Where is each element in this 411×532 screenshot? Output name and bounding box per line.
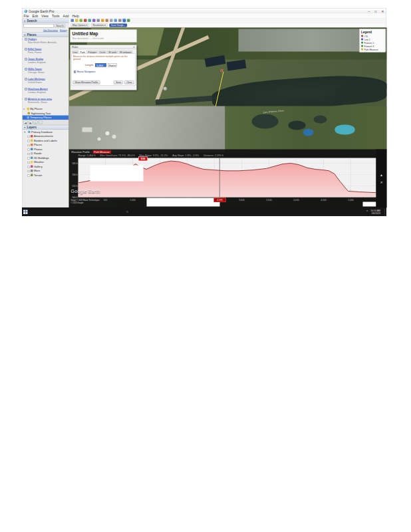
- window-titlebar[interactable]: Google Earth Pro – □ ✕: [23, 9, 386, 14]
- close-icon[interactable]: ✕: [133, 46, 135, 49]
- map-title[interactable]: Untitled Map: [72, 31, 135, 37]
- checkbox-icon[interactable]: [28, 144, 30, 146]
- historical-imagery-icon[interactable]: [97, 19, 100, 23]
- unit-dropdown[interactable]: Feet ▾: [108, 63, 117, 67]
- places-panel-header[interactable]: ▼ Places: [23, 33, 69, 37]
- elevation-chart[interactable]: [78, 158, 376, 198]
- add-polygon-icon[interactable]: [80, 19, 83, 23]
- checkbox-icon[interactable]: [28, 162, 30, 164]
- taskbar-clock[interactable]: 10:14 AM 2/6/2023: [370, 209, 380, 215]
- save-image-icon[interactable]: [123, 19, 126, 23]
- checkbox-icon[interactable]: [28, 166, 30, 168]
- search-panel-header[interactable]: ▼ Search: [23, 19, 69, 23]
- menu-item-view[interactable]: View: [41, 14, 49, 18]
- show-desktop-button[interactable]: [384, 209, 385, 215]
- browser-chrome-icon-slot[interactable]: [47, 208, 53, 215]
- checkbox-icon[interactable]: [25, 88, 27, 90]
- layers-panel-header[interactable]: ▼ Layers: [23, 125, 69, 130]
- add-image-overlay-icon[interactable]: [88, 19, 92, 23]
- close-button[interactable]: ✕: [381, 9, 384, 13]
- excel-icon-slot[interactable]: [87, 208, 92, 215]
- collapse-triangle-icon[interactable]: ▼: [24, 131, 26, 134]
- ruler-icon[interactable]: [110, 19, 113, 23]
- clear-button[interactable]: Clear: [124, 80, 134, 84]
- checkbox-icon[interactable]: [28, 140, 30, 142]
- add-path-icon[interactable]: [84, 19, 87, 23]
- tray-chevron-icon[interactable]: ^: [366, 210, 368, 213]
- checkbox-icon[interactable]: [28, 136, 30, 138]
- show-elevation-profile-button[interactable]: Show Elevation Profile: [73, 80, 100, 84]
- maximize-button[interactable]: □: [374, 9, 376, 13]
- elevation-profile-panel[interactable]: Elevation Profile - Path Measure › Range…: [69, 150, 387, 208]
- place-item-5[interactable]: Heathrow AirportLondon, England: [23, 87, 69, 97]
- record-tour-icon[interactable]: [92, 19, 96, 23]
- legend-card[interactable]: Legend I 55Line 1Feature 2Feature 3Path …: [360, 29, 386, 53]
- snapbar-button-2[interactable]: Save Image...: [109, 23, 127, 27]
- snapbar-button-1[interactable]: Resolution ▾: [91, 23, 107, 27]
- save-button[interactable]: Save: [114, 80, 123, 84]
- checkbox-icon[interactable]: [28, 157, 30, 159]
- hide-sidebar-icon[interactable]: [71, 19, 74, 23]
- menu-item-tools[interactable]: Tools: [52, 14, 60, 18]
- menu-item-edit[interactable]: Edit: [33, 14, 39, 18]
- checkbox-icon[interactable]: [25, 49, 27, 51]
- add-placemark-icon[interactable]: [75, 19, 78, 23]
- planets-icon[interactable]: [106, 19, 109, 23]
- word-icon-slot[interactable]: [79, 208, 84, 215]
- places-control-0[interactable]: ◀: [24, 121, 28, 124]
- onenote-icon-slot[interactable]: [111, 208, 116, 215]
- view-in-maps-icon[interactable]: [127, 19, 130, 23]
- search-link-1[interactable]: History: [60, 29, 67, 32]
- menu-item-help[interactable]: Help: [72, 14, 79, 18]
- place-link[interactable]: Heathrow Airport: [28, 88, 48, 91]
- place-item-4[interactable]: Lake MichiganUnited States: [23, 77, 69, 87]
- photos-icon-slot[interactable]: [71, 208, 76, 215]
- menu-item-file[interactable]: File: [24, 14, 29, 18]
- search-button[interactable]: Search: [55, 24, 65, 28]
- mouse-navigation-label[interactable]: Mouse Navigation: [77, 70, 96, 73]
- ruler-dialog[interactable]: Ruler ✕ LinePathPolygonCircle3D path3D p…: [70, 45, 137, 90]
- place-link[interactable]: Tower Bridge: [28, 58, 45, 61]
- places-control-3[interactable]: −: [39, 121, 43, 124]
- browser-edge-icon-slot[interactable]: [55, 208, 61, 215]
- profile-path-name[interactable]: Path Measure: [92, 150, 111, 154]
- checkbox-icon[interactable]: [25, 68, 27, 70]
- google-earth-icon-slot[interactable]: [127, 211, 128, 213]
- email-icon[interactable]: [114, 19, 118, 23]
- expand-triangle-icon[interactable]: ▸: [24, 108, 25, 110]
- place-link[interactable]: Willis Tower: [28, 68, 45, 71]
- close-profile-icon[interactable]: ✕: [380, 180, 382, 184]
- sunlight-icon[interactable]: [101, 19, 104, 23]
- pdf-icon-slot[interactable]: [95, 208, 100, 215]
- search-link-0[interactable]: Get Directions: [43, 29, 58, 32]
- checkbox-icon[interactable]: [28, 170, 30, 172]
- menu-item-add[interactable]: Add: [63, 14, 69, 18]
- checkbox-icon[interactable]: [28, 148, 30, 150]
- place-item-3[interactable]: Willis TowerChicago, Illinois: [23, 67, 69, 77]
- teams-icon-slot[interactable]: [103, 208, 108, 215]
- snipping-tool-icon-slot[interactable]: [119, 208, 124, 215]
- checkbox-icon[interactable]: [28, 174, 30, 176]
- length-value-field[interactable]: 5,464: [95, 63, 106, 67]
- place-link[interactable]: Lake Michigan: [28, 78, 45, 81]
- place-link[interactable]: Eiffel Tower: [28, 48, 42, 51]
- checkbox-icon[interactable]: [25, 59, 27, 61]
- measure-endpoint-x-icon[interactable]: ✕: [220, 68, 223, 73]
- places-control-1[interactable]: ▶: [29, 121, 33, 124]
- checkbox-icon[interactable]: [28, 153, 30, 155]
- place-item-0[interactable]: SydneyNew South Wales, Australia: [23, 37, 69, 47]
- expand-profile-icon[interactable]: ▲: [380, 174, 383, 178]
- checkbox-icon[interactable]: [74, 71, 76, 73]
- place-link[interactable]: Airports in your area: [28, 98, 52, 101]
- checkbox-icon[interactable]: [25, 39, 27, 41]
- mail-icon-slot[interactable]: [63, 208, 68, 215]
- snapbar-button-0[interactable]: Map Options ▾: [71, 23, 90, 27]
- layer-row-9[interactable]: Terrain: [23, 173, 69, 178]
- print-icon[interactable]: [118, 19, 122, 23]
- places-control-2[interactable]: +: [34, 121, 38, 124]
- place-link[interactable]: Sydney: [28, 38, 57, 41]
- browser-opera-icon-slot[interactable]: [39, 208, 45, 215]
- search-input[interactable]: [23, 24, 54, 28]
- map-description[interactable]: Map description — click to edit: [72, 37, 135, 40]
- checkbox-icon[interactable]: [25, 98, 27, 100]
